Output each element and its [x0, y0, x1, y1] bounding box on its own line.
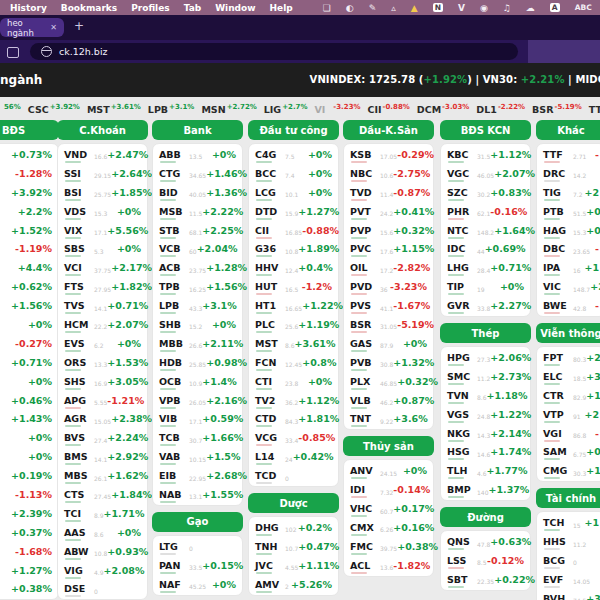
mute-icon[interactable]: ♫ — [503, 3, 511, 13]
stock-row[interactable]: IDC44+0.69% — [447, 239, 524, 258]
stock-row[interactable]: KSB17.05-0.29% — [350, 145, 427, 164]
url-text[interactable]: ck.12h.biz — [59, 46, 108, 57]
stock-row[interactable]: PHR62.1-0.16% — [447, 202, 524, 221]
stock-row[interactable]: CTR82.9+1 — [543, 386, 599, 405]
stock-row[interactable]: VCI37.75+2.17% — [64, 258, 141, 277]
stock-row[interactable]: TLH4.6+1.77% — [447, 461, 524, 480]
stock-row[interactable]: TNT9.22+3.6% — [350, 409, 427, 428]
stock-row[interactable]: GVR33.8+2.27% — [447, 296, 524, 315]
stock-row[interactable]: VHC60.7+0.17% — [350, 499, 427, 518]
stock-row[interactable]: -1.28% — [0, 164, 52, 183]
stock-row[interactable]: MBB26.6+2.11% — [159, 334, 236, 353]
stock-row[interactable]: TIG7.2+2 — [543, 183, 599, 202]
stock-row[interactable]: +1.27% — [0, 561, 52, 580]
stock-row[interactable]: MST8.6+3.61% — [255, 334, 332, 353]
sector-header[interactable]: Viễn thông — [536, 323, 600, 343]
stock-row[interactable]: CTS27.45+1.84% — [64, 485, 141, 504]
menu-profiles[interactable]: Profiles — [131, 3, 169, 13]
stock-row[interactable]: G3610.8+1.89% — [255, 239, 332, 258]
menu-tab[interactable]: Tab — [184, 3, 202, 13]
stock-row[interactable]: EVF14.05 — [543, 570, 599, 589]
pen-icon[interactable]: ✎ — [369, 3, 377, 13]
stock-row[interactable]: CTI23.8+0% — [255, 372, 332, 391]
notes-icon[interactable]: N — [433, 3, 443, 12]
stock-row[interactable]: TVD11.4-0.87% — [350, 183, 427, 202]
stock-row[interactable]: TVS14.1+0.71% — [64, 296, 141, 315]
stock-row[interactable]: C4G7.5+0% — [255, 145, 332, 164]
ticker-strip-item[interactable]: DCM-3.03% — [417, 103, 470, 115]
sector-header[interactable]: Bank — [152, 120, 243, 140]
stock-row[interactable]: SHS16.9+3.05% — [64, 372, 141, 391]
stock-row[interactable]: DBC23.65- — [543, 239, 599, 258]
sector-header[interactable]: Dược — [248, 493, 339, 513]
stock-row[interactable]: DHG102+0.2% — [255, 518, 332, 537]
stock-row[interactable]: +4.4% — [0, 258, 52, 277]
stock-row[interactable]: TV236.2+1.12% — [255, 391, 332, 410]
menu-window[interactable]: Window — [215, 3, 255, 13]
menu-bookmarks[interactable]: Bookmarks — [61, 3, 117, 13]
stock-row[interactable]: SZC30.2+0.83% — [447, 183, 524, 202]
stock-row[interactable]: DSE0 — [64, 579, 141, 598]
stock-row[interactable]: +0% — [0, 315, 52, 334]
stock-row[interactable]: L1424+0.42% — [255, 447, 332, 466]
stock-row[interactable]: VDS15.3+0% — [64, 202, 141, 221]
stock-row[interactable]: NBC10.6-2.75% — [350, 164, 427, 183]
language-badge[interactable]: A — [550, 3, 560, 12]
menu-history[interactable]: History — [10, 3, 47, 13]
tab-close-icon[interactable]: ✕ — [50, 23, 57, 32]
play-icon[interactable]: ◉ — [480, 3, 488, 13]
stock-row[interactable]: TCB30.7+1.66% — [159, 428, 236, 447]
v-icon[interactable]: V — [458, 3, 465, 13]
stock-row[interactable]: PLC25.6+1.19% — [255, 315, 332, 334]
ticker-strip-item[interactable]: VI — [314, 104, 325, 115]
ticker-strip-item[interactable]: DL1-2.22% — [476, 103, 525, 115]
stock-row[interactable]: SHB15.2+0% — [159, 315, 236, 334]
stock-row[interactable]: FTS27.95+1.82% — [64, 277, 141, 296]
stock-row[interactable]: +0.38% — [0, 579, 52, 598]
stock-row[interactable]: +2.2% — [0, 202, 52, 221]
stock-row[interactable]: LHG28.4+0.71% — [447, 258, 524, 277]
stock-row[interactable]: CII16.85-0.88% — [255, 221, 332, 240]
stock-row[interactable]: +0% — [0, 428, 52, 447]
stock-row[interactable]: +0% — [0, 447, 52, 466]
stock-row[interactable]: FMC39.75+0.38% — [350, 537, 427, 556]
stock-row[interactable]: HCM22.2+2.07% — [64, 315, 141, 334]
stock-row[interactable]: PVD36-3.23% — [350, 277, 427, 296]
stock-row[interactable]: NTC148.2+1.64% — [447, 221, 524, 240]
stock-row[interactable]: VGI86.8- — [543, 424, 599, 443]
warning-icon[interactable]: ▲ — [411, 3, 418, 13]
address-bar[interactable]: ck.12h.biz — [30, 43, 518, 60]
sector-header[interactable]: BĐS KCN — [440, 120, 531, 140]
ticker-strip-item[interactable]: 56% — [3, 103, 21, 115]
stock-row[interactable]: VND16.6+2.47% — [64, 145, 141, 164]
stock-row[interactable]: -0.27% — [0, 334, 52, 353]
shield-icon[interactable]: ◐ — [346, 3, 354, 13]
stock-row[interactable]: TVN8.6+1.18% — [447, 386, 524, 405]
stock-row[interactable]: +1.43% — [0, 409, 52, 428]
stock-row[interactable]: VIG4.9+2.08% — [64, 561, 141, 580]
stock-row[interactable]: VIB17.1+0.59% — [159, 409, 236, 428]
menu-help[interactable]: Help — [270, 3, 293, 13]
stock-row[interactable]: OCB10.9+1.4% — [159, 372, 236, 391]
stock-row[interactable]: DTD15.9+1.27% — [255, 202, 332, 221]
stock-row[interactable]: EVS6.2+0% — [64, 334, 141, 353]
stock-row[interactable]: HHS11.2 — [543, 532, 599, 551]
stock-row[interactable]: SMC11.2+2.73% — [447, 367, 524, 386]
stock-row[interactable]: VGS24.8+1.22% — [447, 405, 524, 424]
stock-row[interactable]: HSG14.6+1.74% — [447, 442, 524, 461]
stock-row[interactable]: TTF2.71- — [543, 145, 599, 164]
sector-header[interactable]: Khác — [536, 120, 600, 140]
stock-row[interactable]: -1.19% — [0, 239, 52, 258]
stock-row[interactable]: HAG15.3+0 — [543, 221, 599, 240]
stock-row[interactable]: +0.46% — [0, 391, 52, 410]
stock-row[interactable]: HT116.65+1.22% — [255, 296, 332, 315]
stock-row[interactable]: PVB30.8+1.32% — [350, 353, 427, 372]
stock-row[interactable]: JVC4.55+1.11% — [255, 556, 332, 575]
stock-row[interactable]: PTB51.5+0 — [543, 202, 599, 221]
stock-row[interactable]: VCB60+2.04% — [159, 239, 236, 258]
stock-row[interactable]: BID40.05+1.36% — [159, 183, 236, 202]
stock-row[interactable]: ORS13.3+1.53% — [64, 353, 141, 372]
stock-row[interactable]: AGR15.05+2.38% — [64, 409, 141, 428]
stock-row[interactable]: +1.52% — [0, 221, 52, 240]
stock-row[interactable]: +0.62% — [0, 277, 52, 296]
